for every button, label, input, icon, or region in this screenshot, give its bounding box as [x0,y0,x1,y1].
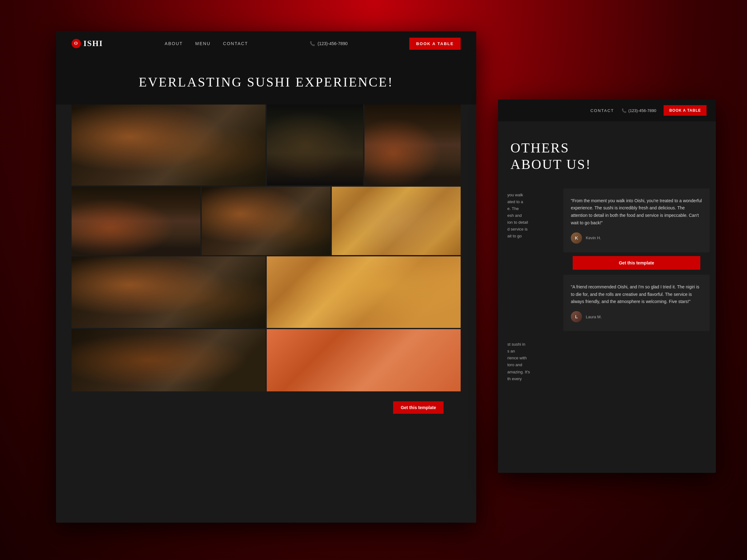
photo-sushi-chopsticks [267,105,363,185]
hero-section: EVERLASTING SUSHI EXPERIENCE! [56,56,476,105]
sec-phone-section: 📞 (123)-456-7890 [622,108,656,113]
photo-uramaki [72,187,201,255]
testimonial-card-1: "From the moment you walk into Oishi, yo… [563,189,710,252]
photo-grid [56,105,476,391]
reviewer-1: K Kevin H. [571,232,702,244]
photo-sushi-platter-2 [72,256,265,328]
photo-row-4 [72,329,461,391]
phone-section: 📞 (123)-456-7890 [310,41,348,46]
photo-row-3 [72,256,461,328]
nav-contact[interactable]: CONTACT [223,41,248,46]
photo-california-rolls [202,187,331,255]
photo-nigiri-chopsticks [364,105,461,185]
logo-icon: O [72,39,81,48]
nav-links: ABOUT MENU CONTACT [165,41,248,46]
partial-testimonial-text: you walk ated to a e. The esh and ion to… [507,192,557,240]
reviewer-2: L Laura M. [571,311,702,322]
testimonial-text-2: "A friend recommended Oishi, and I'm so … [571,284,702,305]
secondary-window: CONTACT 📞 (123)-456-7890 BOOK A TABLE OT… [498,100,716,473]
photo-sushi-platter [72,105,265,185]
get-template-sec-button[interactable]: Get this template [573,256,700,270]
nav-about[interactable]: ABOUT [165,41,183,46]
left-partial-text-area: you walk ated to a e. The esh and ion to… [498,185,560,338]
hero-title: EVERLASTING SUSHI EXPERIENCE! [72,75,461,89]
photo-salmon [267,329,461,391]
logo: O ISHI [72,39,103,48]
sec-nav-contact[interactable]: CONTACT [590,108,614,113]
reviewer-avatar-2: L [571,311,582,322]
main-navbar: O ISHI ABOUT MENU CONTACT 📞 (123)-456-78… [56,31,476,56]
bottom-partial-area: st sushi in s an rience with toro and am… [498,338,716,389]
sec-navbar: CONTACT 📞 (123)-456-7890 BOOK A TABLE [498,100,716,121]
testimonial-text-1: "From the moment you walk into Oishi, yo… [571,197,702,227]
reviewer-name-1: Kevin H. [586,236,601,240]
book-table-button[interactable]: BOOK A TABLE [409,38,461,50]
main-window: O ISHI ABOUT MENU CONTACT 📞 (123)-456-78… [56,31,476,523]
sec-book-table-button[interactable]: BOOK A TABLE [664,105,706,116]
testimonial-card-2: "A friend recommended Oishi, and I'm so … [563,275,710,331]
photo-assorted-platter [332,187,461,255]
sec-phone-number: (123)-456-7890 [628,108,656,113]
photo-close-up [72,329,265,391]
page-container: O ISHI ABOUT MENU CONTACT 📞 (123)-456-78… [31,31,716,529]
get-template-main-button[interactable]: Get this template [393,401,443,414]
photo-row-2 [72,187,461,255]
testimonials-area: you walk ated to a e. The esh and ion to… [498,185,716,338]
sec-hero-title: OTHERS ABOUT US! [511,140,703,173]
sec-phone-icon: 📞 [622,108,626,113]
bottom-partial-text: st sushi in s an rience with toro and am… [507,341,570,382]
reviewer-avatar-1: K [571,232,582,244]
reviewer-name-2: Laura M. [586,315,602,319]
photo-row-1-right [267,105,461,185]
testimonial-cards: "From the moment you walk into Oishi, yo… [560,185,716,338]
photo-row-1 [72,105,461,185]
phone-icon: 📞 [310,41,315,46]
sec-hero: OTHERS ABOUT US! [498,121,716,185]
phone-number: (123)-456-7890 [317,41,348,46]
nav-menu[interactable]: MENU [195,41,210,46]
photo-party-tray [267,256,461,328]
